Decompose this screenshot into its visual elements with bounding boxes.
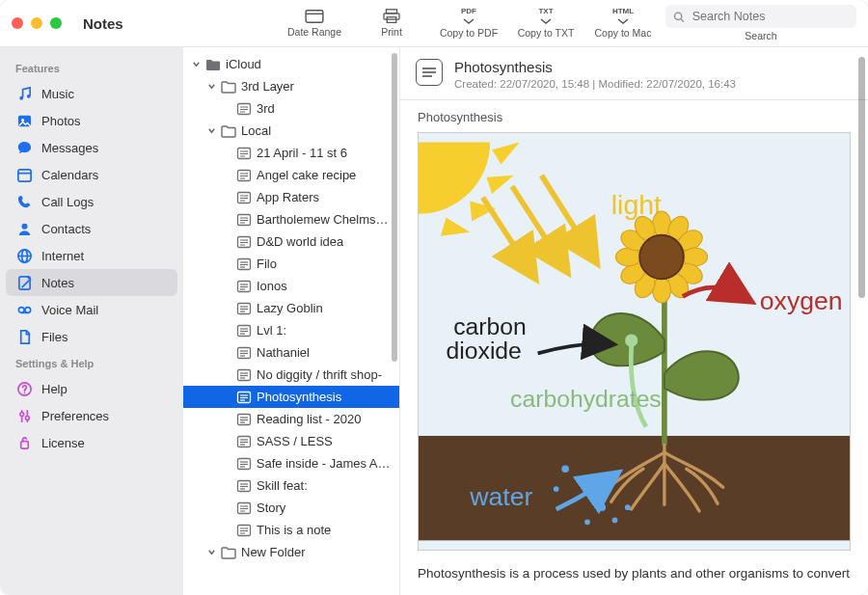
copy-to-mac-button[interactable]: HTML Copy to Mac <box>588 8 658 39</box>
tree-item-label: Safe inside - James Ar… <box>257 456 392 471</box>
sidebar-item-notes[interactable]: Notes <box>6 269 177 296</box>
note-title: Photosynthesis <box>454 59 736 75</box>
tree-note[interactable]: App Raters <box>183 186 399 208</box>
tree-folder[interactable]: New Folder <box>183 541 399 563</box>
tree-item-label: This is a note <box>257 523 331 537</box>
sidebar-item-help[interactable]: Help <box>6 375 177 402</box>
sidebar-item-files[interactable]: Files <box>6 323 177 350</box>
note-meta: Created: 22/07/2020, 15:48 | Modified: 2… <box>454 78 736 90</box>
disclosure-icon[interactable] <box>206 548 216 557</box>
tree-note[interactable]: Safe inside - James Ar… <box>183 452 399 474</box>
tree-note[interactable]: Skill feat: <box>183 474 399 497</box>
tree-item-label: 3rd Layer <box>241 79 294 94</box>
note-body[interactable]: Photosynthesis <box>400 100 868 595</box>
tree-folder[interactable]: 3rd Layer <box>183 75 399 97</box>
tree-note[interactable]: No diggity / thrift shop- <box>183 364 399 386</box>
tree-note[interactable]: This is a note <box>183 519 399 541</box>
note-icon <box>236 280 252 293</box>
calendar-icon <box>15 166 33 183</box>
copy-to-txt-button[interactable]: TXT Copy to TXT <box>511 8 581 39</box>
help-icon <box>15 380 33 397</box>
tree-folder[interactable]: Local <box>183 120 399 142</box>
tree-item-label: 3rd <box>257 101 275 116</box>
note-text: Photosynthesis is a process used by plan… <box>418 564 851 583</box>
tree-note[interactable]: SASS / LESS <box>183 430 399 452</box>
content-scrollbar-thumb[interactable] <box>858 57 865 298</box>
note-icon <box>236 413 252 426</box>
tree-item-label: Angel cake recipe <box>257 168 356 182</box>
print-button[interactable]: Print <box>357 9 426 38</box>
print-label: Print <box>381 26 402 38</box>
folder-icon <box>221 546 236 559</box>
tree-note[interactable]: Bartholemew Chelms… <box>183 208 399 230</box>
disclosure-icon[interactable] <box>206 126 216 136</box>
tree-item-label: Photosynthesis <box>257 390 341 404</box>
tree-item-label: Lvl 1: <box>257 323 286 338</box>
search-input[interactable] <box>691 9 849 24</box>
tree-item-label: App Raters <box>257 190 319 204</box>
tree-note[interactable]: Filo <box>183 253 399 275</box>
sidebar-item-label: Contacts <box>41 222 91 236</box>
svg-point-121 <box>584 520 590 526</box>
window-controls <box>12 17 62 29</box>
chevron-down-icon <box>540 17 552 25</box>
note-tree[interactable]: iCloud3rd Layer3rdLocal21 April - 11 st … <box>183 47 400 595</box>
tree-scrollbar-thumb[interactable] <box>392 53 397 362</box>
sidebar-item-voice-mail[interactable]: Voice Mail <box>6 296 177 323</box>
sidebar-item-contacts[interactable]: Contacts <box>6 215 177 242</box>
disclosure-icon[interactable] <box>206 82 216 92</box>
svg-rect-0 <box>306 11 323 22</box>
tree-note[interactable]: 21 April - 11 st 6 <box>183 142 399 164</box>
note-icon <box>236 391 252 404</box>
tree-note[interactable]: Story <box>183 497 399 519</box>
minimize-window-button[interactable] <box>31 17 42 29</box>
tree-item-label: Filo <box>257 257 277 271</box>
note-icon <box>236 346 252 360</box>
calendar-icon <box>304 9 325 24</box>
tree-item-label: Skill feat: <box>257 478 308 493</box>
tree-item-label: Story <box>257 500 285 515</box>
sidebar-item-photos[interactable]: Photos <box>6 107 177 134</box>
svg-line-6 <box>681 18 684 21</box>
svg-point-117 <box>578 479 583 485</box>
sidebar-item-music[interactable]: Music <box>6 80 177 107</box>
sidebar-item-internet[interactable]: Internet <box>6 242 177 269</box>
tree-note[interactable]: Reading list - 2020 <box>183 408 399 430</box>
disclosure-icon[interactable] <box>191 60 201 69</box>
note-icon <box>236 479 252 493</box>
sidebar-header-features: Features <box>6 55 177 80</box>
tree-note[interactable]: Lazy Goblin <box>183 297 399 319</box>
note-icon <box>236 257 252 271</box>
date-range-button[interactable]: Date Range <box>280 9 349 38</box>
note-icon <box>236 147 252 160</box>
sidebar-item-call-logs[interactable]: Call Logs <box>6 188 177 215</box>
sidebar-item-messages[interactable]: Messages <box>6 134 177 161</box>
tree-note[interactable]: 3rd <box>183 97 399 120</box>
messages-icon <box>15 139 33 156</box>
fullscreen-window-button[interactable] <box>50 17 62 29</box>
close-window-button[interactable] <box>12 17 23 29</box>
license-icon <box>15 434 33 451</box>
tree-note[interactable]: D&D world idea <box>183 230 399 253</box>
svg-marker-109 <box>441 218 470 236</box>
sidebar-item-label: License <box>41 436 85 450</box>
copy-to-pdf-button[interactable]: PDF Copy to PDF <box>434 8 503 39</box>
svg-rect-3 <box>384 14 399 19</box>
sidebar-item-label: Voice Mail <box>41 303 98 317</box>
tree-note[interactable]: Photosynthesis <box>183 386 399 408</box>
tree-note[interactable]: Angel cake recipe <box>183 164 399 186</box>
search-field[interactable] <box>665 5 856 28</box>
tree-scrollbar[interactable] <box>392 53 397 589</box>
sidebar-item-license[interactable]: License <box>6 429 177 456</box>
sidebar-item-calendars[interactable]: Calendars <box>6 161 177 188</box>
tree-note[interactable]: Lvl 1: <box>183 319 399 341</box>
note-icon <box>236 324 252 338</box>
note-icon <box>236 213 252 227</box>
svg-point-115 <box>625 334 637 346</box>
tree-folder[interactable]: iCloud <box>183 53 399 75</box>
tree-note[interactable]: Ionos <box>183 275 399 297</box>
svg-rect-11 <box>17 169 30 180</box>
svg-point-114 <box>639 235 684 280</box>
sidebar-item-preferences[interactable]: Preferences <box>6 402 177 429</box>
tree-note[interactable]: Nathaniel <box>183 341 399 364</box>
